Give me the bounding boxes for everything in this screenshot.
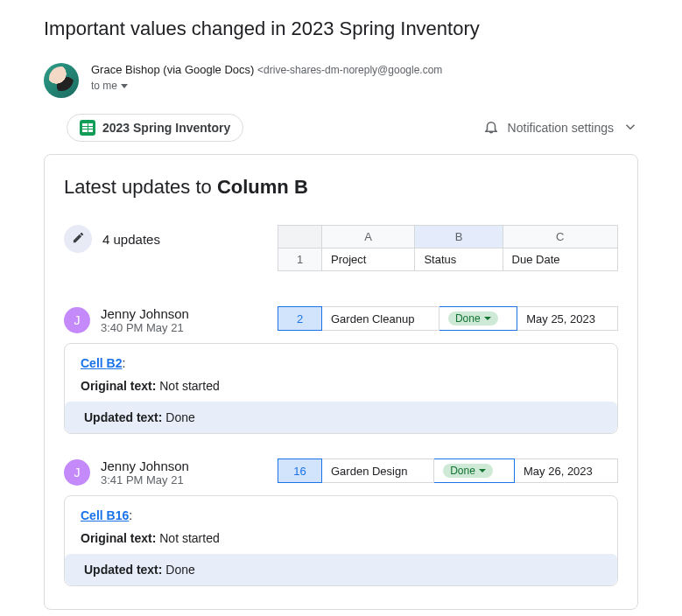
pencil-icon <box>72 231 85 248</box>
updated-value: Done <box>165 410 194 424</box>
grid-corner <box>278 226 322 248</box>
original-text-line: Original text: Not started <box>81 379 601 393</box>
to-line[interactable]: to me <box>91 80 442 92</box>
chevron-down-icon <box>484 317 491 320</box>
header-grid: A B C 1 Project Status Due Date <box>278 225 618 271</box>
sender-avatar[interactable] <box>44 63 79 98</box>
cell-link[interactable]: Cell B16 <box>81 508 129 522</box>
original-value: Not started <box>159 531 219 545</box>
col-header-b: B <box>415 226 503 248</box>
cell-ref: B16 <box>107 508 130 522</box>
header-project: Project <box>322 248 415 271</box>
sender-email: <drive-shares-dm-noreply@google.com <box>257 64 442 76</box>
status-pill-label: Done <box>450 465 475 477</box>
user-name: Jenny Johnson <box>101 306 189 321</box>
cell-due: May 25, 2023 <box>517 307 618 331</box>
document-chip-label: 2023 Spring Inventory <box>102 121 230 135</box>
sender-name: Grace Bishop (via Google Docs) <box>91 63 254 76</box>
change-row: J Jenny Johnson 3:40 PM May 21 2 Garden … <box>64 306 618 334</box>
original-value: Not started <box>159 379 219 393</box>
updates-card: Latest updates to Column B 4 updates A B… <box>44 154 638 610</box>
document-chip[interactable]: 2023 Spring Inventory <box>67 114 243 142</box>
chip-row: 2023 Spring Inventory Notification setti… <box>44 114 638 142</box>
user-name: Jenny Johnson <box>101 458 189 473</box>
original-label: Original text: <box>81 531 156 545</box>
row-number: 1 <box>278 248 322 271</box>
cell-prefix: Cell <box>81 508 107 522</box>
user-avatar[interactable]: J <box>64 307 90 333</box>
row-number: 16 <box>278 459 322 483</box>
user-avatar[interactable]: J <box>64 459 90 486</box>
cell-status: Done <box>439 307 517 331</box>
updated-text-line: Updated text: Done <box>65 402 617 433</box>
sender-line: Grace Bishop (via Google Docs) <drive-sh… <box>91 63 442 76</box>
updated-value: Done <box>165 563 194 577</box>
to-label: to me <box>91 80 117 92</box>
col-header-c: C <box>503 226 617 248</box>
cell-status: Done <box>434 459 515 483</box>
change-detail: Cell B16: Original text: Not started Upd… <box>64 495 618 586</box>
change-row: J Jenny Johnson 3:41 PM May 21 16 Garden… <box>64 458 618 486</box>
sheets-icon <box>80 120 95 136</box>
notification-settings-label: Notification settings <box>508 121 614 135</box>
status-pill[interactable]: Done <box>448 312 498 326</box>
cell-ref-line: Cell B2: <box>81 356 601 370</box>
email-subject: Important values changed in 2023 Spring … <box>44 18 638 40</box>
bell-icon <box>483 119 499 137</box>
row-number: 2 <box>278 307 322 331</box>
header-status: Status <box>415 248 503 271</box>
summary-row: 4 updates A B C 1 Project Status Due Dat… <box>64 225 618 271</box>
card-title: Latest updates to Column B <box>64 176 618 199</box>
updated-text-line: Updated text: Done <box>65 554 617 585</box>
change-grid: 2 Garden Cleanup Done May 25, 2023 <box>278 306 618 331</box>
cell-ref-line: Cell B16: <box>81 508 601 522</box>
updated-label: Updated text: <box>84 410 162 424</box>
cell-due: May 26, 2023 <box>515 459 618 483</box>
user-timestamp: 3:41 PM May 21 <box>101 473 189 486</box>
status-pill-label: Done <box>455 312 481 325</box>
header-due: Due Date <box>503 248 617 271</box>
original-label: Original text: <box>81 379 156 393</box>
cell-ref: B2 <box>107 356 123 370</box>
mail-header: Grace Bishop (via Google Docs) <drive-sh… <box>44 63 638 98</box>
edit-badge <box>64 225 92 253</box>
chevron-down-icon <box>622 119 638 137</box>
change-grid: 16 Garden Design Done May 26, 2023 <box>278 458 618 483</box>
cell-link[interactable]: Cell B2 <box>81 356 122 370</box>
change-detail: Cell B2: Original text: Not started Upda… <box>64 343 618 434</box>
user-timestamp: 3:40 PM May 21 <box>101 321 189 334</box>
cell-project: Garden Cleanup <box>322 307 439 331</box>
card-title-column: Column B <box>217 176 308 198</box>
chevron-down-icon <box>479 469 486 472</box>
status-pill[interactable]: Done <box>443 464 493 478</box>
cell-prefix: Cell <box>81 356 107 370</box>
notification-settings[interactable]: Notification settings <box>483 119 638 137</box>
cell-project: Garden Design <box>322 459 434 483</box>
updates-count: 4 updates <box>102 232 160 247</box>
chevron-down-icon <box>121 84 128 88</box>
original-text-line: Original text: Not started <box>81 531 601 545</box>
updated-label: Updated text: <box>84 563 162 577</box>
card-title-prefix: Latest updates to <box>64 176 217 198</box>
col-header-a: A <box>322 226 415 248</box>
